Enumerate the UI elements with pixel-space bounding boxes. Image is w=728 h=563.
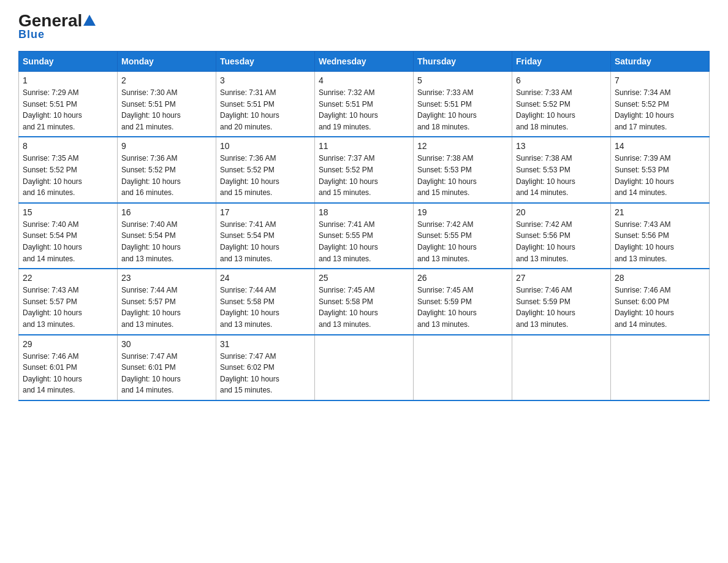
calendar-cell: 14 Sunrise: 7:39 AMSunset: 5:53 PMDaylig…: [611, 137, 710, 202]
day-info: Sunrise: 7:33 AMSunset: 5:51 PMDaylight:…: [417, 87, 508, 132]
day-info: Sunrise: 7:32 AMSunset: 5:51 PMDaylight:…: [319, 87, 409, 132]
day-info: Sunrise: 7:38 AMSunset: 5:53 PMDaylight:…: [516, 153, 607, 198]
calendar-cell: 4 Sunrise: 7:32 AMSunset: 5:51 PMDayligh…: [315, 72, 414, 137]
day-number: 25: [319, 273, 409, 283]
day-info: Sunrise: 7:39 AMSunset: 5:53 PMDaylight:…: [615, 153, 705, 198]
calendar-cell: 19 Sunrise: 7:42 AMSunset: 5:55 PMDaylig…: [414, 203, 512, 269]
day-number: 18: [319, 207, 409, 217]
col-header-monday: Monday: [118, 52, 216, 72]
calendar-header-row: SundayMondayTuesdayWednesdayThursdayFrid…: [19, 52, 710, 72]
calendar-cell: 3 Sunrise: 7:31 AMSunset: 5:51 PMDayligh…: [216, 72, 315, 137]
calendar-week-row: 1 Sunrise: 7:29 AMSunset: 5:51 PMDayligh…: [19, 72, 710, 137]
calendar-cell: 27 Sunrise: 7:46 AMSunset: 5:59 PMDaylig…: [512, 269, 611, 334]
day-info: Sunrise: 7:33 AMSunset: 5:52 PMDaylight:…: [516, 87, 607, 132]
day-number: 22: [23, 273, 113, 283]
day-info: Sunrise: 7:46 AMSunset: 6:00 PMDaylight:…: [615, 285, 705, 330]
calendar-cell: 24 Sunrise: 7:44 AMSunset: 5:58 PMDaylig…: [216, 269, 315, 334]
day-info: Sunrise: 7:44 AMSunset: 5:58 PMDaylight:…: [220, 285, 311, 330]
logo-general: General: [18, 12, 82, 29]
day-number: 5: [417, 75, 508, 85]
day-info: Sunrise: 7:41 AMSunset: 5:55 PMDaylight:…: [319, 219, 409, 264]
calendar-cell: 2 Sunrise: 7:30 AMSunset: 5:51 PMDayligh…: [118, 72, 216, 137]
page-header: General Blue: [18, 12, 710, 41]
calendar-cell: 31 Sunrise: 7:47 AMSunset: 6:02 PMDaylig…: [216, 335, 315, 400]
day-info: Sunrise: 7:36 AMSunset: 5:52 PMDaylight:…: [121, 153, 212, 198]
day-info: Sunrise: 7:43 AMSunset: 5:57 PMDaylight:…: [23, 285, 113, 330]
day-info: Sunrise: 7:45 AMSunset: 5:59 PMDaylight:…: [417, 285, 508, 330]
day-number: 9: [121, 141, 212, 151]
calendar-cell: 17 Sunrise: 7:41 AMSunset: 5:54 PMDaylig…: [216, 203, 315, 269]
calendar-cell: [512, 335, 611, 400]
day-info: Sunrise: 7:37 AMSunset: 5:52 PMDaylight:…: [319, 153, 409, 198]
day-info: Sunrise: 7:34 AMSunset: 5:52 PMDaylight:…: [615, 87, 705, 132]
day-info: Sunrise: 7:38 AMSunset: 5:53 PMDaylight:…: [417, 153, 508, 198]
calendar-week-row: 29 Sunrise: 7:46 AMSunset: 6:01 PMDaylig…: [19, 335, 710, 400]
calendar-table: SundayMondayTuesdayWednesdayThursdayFrid…: [18, 51, 710, 401]
day-number: 2: [121, 75, 212, 85]
calendar-cell: 13 Sunrise: 7:38 AMSunset: 5:53 PMDaylig…: [512, 137, 611, 202]
calendar-cell: 23 Sunrise: 7:44 AMSunset: 5:57 PMDaylig…: [118, 269, 216, 334]
calendar-week-row: 22 Sunrise: 7:43 AMSunset: 5:57 PMDaylig…: [19, 269, 710, 334]
day-number: 23: [121, 273, 212, 283]
calendar-cell: 10 Sunrise: 7:36 AMSunset: 5:52 PMDaylig…: [216, 137, 315, 202]
day-info: Sunrise: 7:46 AMSunset: 5:59 PMDaylight:…: [516, 285, 607, 330]
calendar-cell: 25 Sunrise: 7:45 AMSunset: 5:58 PMDaylig…: [315, 269, 414, 334]
calendar-cell: 29 Sunrise: 7:46 AMSunset: 6:01 PMDaylig…: [19, 335, 118, 400]
day-info: Sunrise: 7:30 AMSunset: 5:51 PMDaylight:…: [121, 87, 212, 132]
col-header-wednesday: Wednesday: [315, 52, 414, 72]
day-info: Sunrise: 7:41 AMSunset: 5:54 PMDaylight:…: [220, 219, 311, 264]
day-number: 24: [220, 273, 311, 283]
calendar-cell: 15 Sunrise: 7:40 AMSunset: 5:54 PMDaylig…: [19, 203, 118, 269]
day-number: 20: [516, 207, 607, 217]
day-info: Sunrise: 7:45 AMSunset: 5:58 PMDaylight:…: [319, 285, 409, 330]
day-info: Sunrise: 7:42 AMSunset: 5:55 PMDaylight:…: [417, 219, 508, 264]
day-info: Sunrise: 7:47 AMSunset: 6:02 PMDaylight:…: [220, 351, 311, 396]
calendar-cell: 20 Sunrise: 7:42 AMSunset: 5:56 PMDaylig…: [512, 203, 611, 269]
calendar-cell: 18 Sunrise: 7:41 AMSunset: 5:55 PMDaylig…: [315, 203, 414, 269]
day-number: 17: [220, 207, 311, 217]
logo-blue: Blue: [18, 28, 45, 41]
calendar-cell: [315, 335, 414, 400]
day-number: 31: [220, 339, 311, 349]
day-info: Sunrise: 7:31 AMSunset: 5:51 PMDaylight:…: [220, 87, 311, 132]
calendar-cell: 9 Sunrise: 7:36 AMSunset: 5:52 PMDayligh…: [118, 137, 216, 202]
calendar-cell: 8 Sunrise: 7:35 AMSunset: 5:52 PMDayligh…: [19, 137, 118, 202]
calendar-cell: 6 Sunrise: 7:33 AMSunset: 5:52 PMDayligh…: [512, 72, 611, 137]
calendar-cell: 21 Sunrise: 7:43 AMSunset: 5:56 PMDaylig…: [611, 203, 710, 269]
day-number: 10: [220, 141, 311, 151]
day-number: 8: [23, 141, 113, 151]
day-number: 14: [615, 141, 705, 151]
calendar-week-row: 15 Sunrise: 7:40 AMSunset: 5:54 PMDaylig…: [19, 203, 710, 269]
calendar-cell: 26 Sunrise: 7:45 AMSunset: 5:59 PMDaylig…: [414, 269, 512, 334]
calendar-cell: 7 Sunrise: 7:34 AMSunset: 5:52 PMDayligh…: [611, 72, 710, 137]
day-info: Sunrise: 7:35 AMSunset: 5:52 PMDaylight:…: [23, 153, 113, 198]
calendar-cell: 28 Sunrise: 7:46 AMSunset: 6:00 PMDaylig…: [611, 269, 710, 334]
day-number: 13: [516, 141, 607, 151]
calendar-week-row: 8 Sunrise: 7:35 AMSunset: 5:52 PMDayligh…: [19, 137, 710, 202]
day-info: Sunrise: 7:44 AMSunset: 5:57 PMDaylight:…: [121, 285, 212, 330]
day-number: 30: [121, 339, 212, 349]
col-header-thursday: Thursday: [414, 52, 512, 72]
calendar-cell: [611, 335, 710, 400]
day-number: 21: [615, 207, 705, 217]
calendar-cell: 16 Sunrise: 7:40 AMSunset: 5:54 PMDaylig…: [118, 203, 216, 269]
day-info: Sunrise: 7:47 AMSunset: 6:01 PMDaylight:…: [121, 351, 212, 396]
col-header-saturday: Saturday: [611, 52, 710, 72]
day-number: 19: [417, 207, 508, 217]
day-number: 3: [220, 75, 311, 85]
day-number: 1: [23, 75, 113, 85]
calendar-cell: 30 Sunrise: 7:47 AMSunset: 6:01 PMDaylig…: [118, 335, 216, 400]
day-number: 26: [417, 273, 508, 283]
day-number: 11: [319, 141, 409, 151]
svg-marker-0: [83, 15, 96, 26]
day-number: 28: [615, 273, 705, 283]
day-number: 27: [516, 273, 607, 283]
day-info: Sunrise: 7:42 AMSunset: 5:56 PMDaylight:…: [516, 219, 607, 264]
day-info: Sunrise: 7:29 AMSunset: 5:51 PMDaylight:…: [23, 87, 113, 132]
day-number: 15: [23, 207, 113, 217]
day-number: 16: [121, 207, 212, 217]
day-info: Sunrise: 7:43 AMSunset: 5:56 PMDaylight:…: [615, 219, 705, 264]
calendar-cell: 11 Sunrise: 7:37 AMSunset: 5:52 PMDaylig…: [315, 137, 414, 202]
calendar-cell: 12 Sunrise: 7:38 AMSunset: 5:53 PMDaylig…: [414, 137, 512, 202]
calendar-cell: 22 Sunrise: 7:43 AMSunset: 5:57 PMDaylig…: [19, 269, 118, 334]
